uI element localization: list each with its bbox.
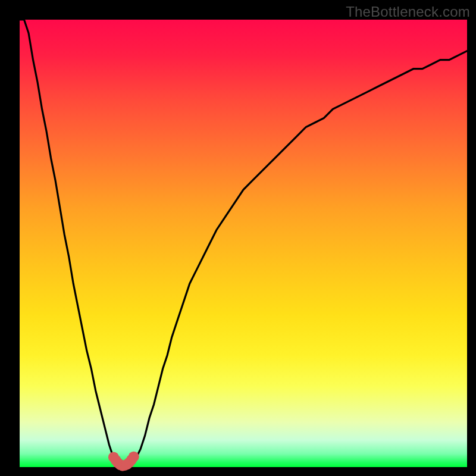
highlight-point: [129, 452, 139, 462]
highlight-points: [108, 452, 139, 471]
attribution-text: TheBottleneck.com: [346, 4, 470, 20]
chart-curve-layer: [20, 20, 467, 467]
chart-frame: TheBottleneck.com: [0, 0, 476, 476]
bottleneck-curve: [20, 20, 467, 467]
